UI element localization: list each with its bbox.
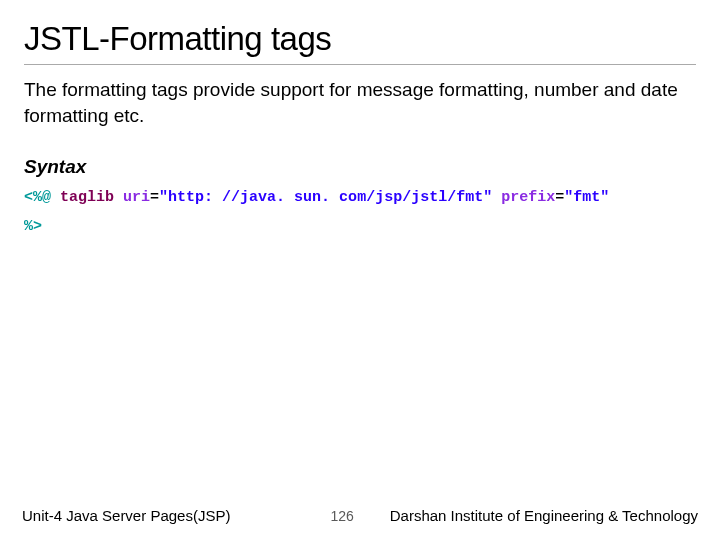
slide-description: The formatting tags provide support for … <box>24 77 696 128</box>
slide-footer: Unit-4 Java Server Pages(JSP) 126 Darsha… <box>0 507 720 524</box>
slide: JSTL-Formatting tags The formatting tags… <box>0 0 720 540</box>
code-block: <%@ taglib uri="http: //java. sun. com/j… <box>24 184 696 241</box>
syntax-heading: Syntax <box>24 156 696 178</box>
code-taglib-keyword: taglib <box>60 189 114 206</box>
code-equals-2: = <box>555 189 564 206</box>
code-equals-1: = <box>150 189 159 206</box>
code-close-delimiter: %> <box>24 218 42 235</box>
footer-unit: Unit-4 Java Server Pages(JSP) <box>22 507 230 524</box>
code-uri-value: "http: //java. sun. com/jsp/jstl/fmt" <box>159 189 492 206</box>
slide-title: JSTL-Formatting tags <box>24 20 696 65</box>
footer-institute: Darshan Institute of Engineering & Techn… <box>390 507 698 524</box>
code-uri-attr: uri <box>123 189 150 206</box>
code-prefix-value: "fmt" <box>564 189 609 206</box>
code-open-delimiter: <%@ <box>24 189 51 206</box>
footer-page: 126 <box>330 508 353 524</box>
code-prefix-attr: prefix <box>501 189 555 206</box>
